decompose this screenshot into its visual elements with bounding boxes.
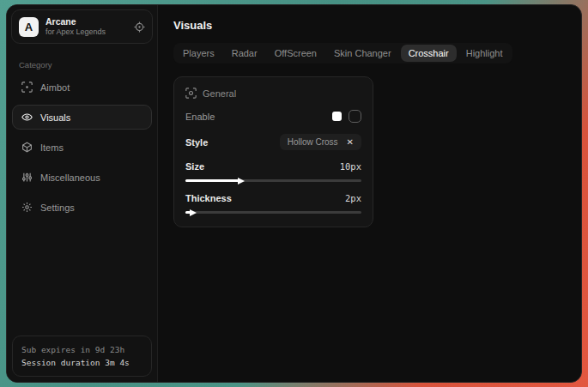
tab-offscreen[interactable]: OffScreen <box>267 45 324 62</box>
eye-icon <box>21 112 33 123</box>
thickness-row: Thickness 2px <box>185 193 361 203</box>
style-select[interactable]: Hollow Cross ✕ <box>280 134 361 150</box>
sub-expires-text: Sub expires in 9d 23h <box>21 343 142 356</box>
style-label: Style <box>185 137 208 148</box>
thickness-slider-thumb[interactable] <box>190 209 197 216</box>
style-row: Style Hollow Cross ✕ <box>185 134 361 150</box>
tab-skin-changer[interactable]: Skin Changer <box>326 45 399 62</box>
thickness-slider[interactable] <box>185 211 361 214</box>
category-label: Category <box>7 48 157 75</box>
style-selected-value: Hollow Cross <box>288 137 338 147</box>
sidebar-header: A Arcane for Apex Legends <box>11 9 153 44</box>
size-value: 10px <box>340 161 361 172</box>
app-window: A Arcane for Apex Legends Category <box>6 4 582 383</box>
sidebar-item-visuals[interactable]: Visuals <box>12 105 152 130</box>
tab-highlight[interactable]: Highlight <box>458 45 511 62</box>
tab-bar: Players Radar OffScreen Skin Changer Cro… <box>173 43 512 63</box>
thickness-slider-fill <box>185 211 191 214</box>
enable-row: Enable <box>185 110 361 123</box>
thickness-label: Thickness <box>185 193 232 203</box>
session-duration-text: Session duration 3m 4s <box>21 356 142 369</box>
app-logo: A <box>19 17 39 37</box>
app-name: Arcane <box>45 16 127 27</box>
panel-header: General <box>185 88 361 99</box>
box-icon <box>21 142 33 153</box>
sidebar-item-label: Items <box>40 142 64 153</box>
enable-label: Enable <box>185 112 215 122</box>
sidebar-item-aimbot[interactable]: Aimbot <box>12 75 152 100</box>
sidebar-item-miscellaneous[interactable]: Miscellaneous <box>12 165 152 190</box>
crosshair-icon <box>21 82 33 93</box>
sidebar-item-label: Miscellaneous <box>40 172 100 183</box>
app-titles: Arcane for Apex Legends <box>45 16 127 37</box>
size-label: Size <box>185 161 204 172</box>
sidebar-item-label: Visuals <box>40 112 70 123</box>
size-slider-thumb[interactable] <box>238 178 245 184</box>
sidebar-spacer <box>7 220 157 330</box>
enable-controls <box>332 110 361 123</box>
thickness-value: 2px <box>345 193 361 203</box>
color-swatch[interactable] <box>332 112 342 121</box>
page-title: Visuals <box>173 19 566 32</box>
sidebar-footer: Sub expires in 9d 23h Session duration 3… <box>12 336 152 377</box>
tab-radar[interactable]: Radar <box>224 45 265 62</box>
sidebar: A Arcane for Apex Legends Category <box>7 5 158 382</box>
sidebar-item-label: Settings <box>40 203 75 213</box>
main-content: Visuals Players Radar OffScreen Skin Cha… <box>158 5 581 382</box>
size-slider-fill <box>185 179 239 182</box>
tab-crosshair[interactable]: Crosshair <box>401 45 457 62</box>
sidebar-nav: Aimbot Visuals Items <box>7 75 157 220</box>
general-panel: General Enable Style Hollow Cross ✕ Size… <box>173 76 373 227</box>
target-icon[interactable] <box>134 21 145 33</box>
panel-title: General <box>203 88 236 99</box>
sidebar-item-label: Aimbot <box>40 82 70 93</box>
sliders-icon <box>21 172 33 183</box>
sidebar-item-items[interactable]: Items <box>12 135 152 160</box>
tab-players[interactable]: Players <box>175 45 222 62</box>
clear-icon[interactable]: ✕ <box>347 138 354 147</box>
scan-icon <box>185 88 197 99</box>
gear-icon <box>21 202 33 213</box>
sidebar-item-settings[interactable]: Settings <box>12 195 152 220</box>
app-subtitle: for Apex Legends <box>45 27 127 37</box>
size-slider[interactable] <box>185 179 361 182</box>
size-row: Size 10px <box>185 161 361 172</box>
enable-checkbox[interactable] <box>349 110 361 123</box>
